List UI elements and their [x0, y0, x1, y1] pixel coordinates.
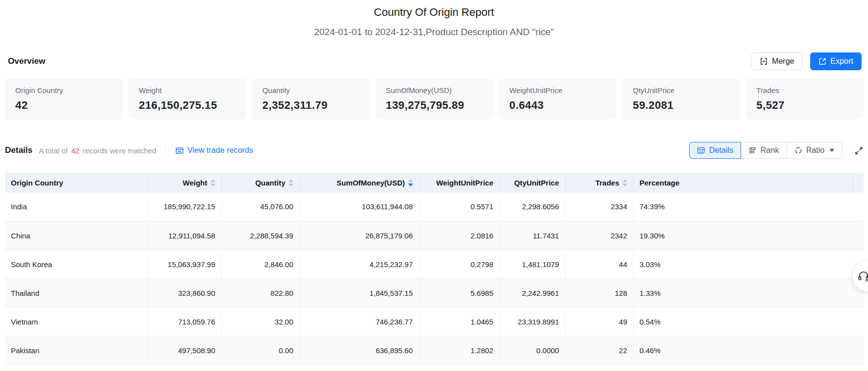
chevron-down-icon — [829, 149, 834, 152]
fullscreen-button[interactable] — [854, 146, 864, 155]
report-header: Country Of Origin Report 2024-01-01 to 2… — [0, 0, 868, 38]
export-button[interactable]: Export — [810, 52, 862, 70]
column-header-label: Quantity — [255, 179, 286, 187]
column-header-label: SumOfMoney(USD) — [336, 179, 405, 187]
table-row: Thailand323,860.90822.801,845,537.155.69… — [5, 278, 864, 307]
sort-icon — [408, 179, 413, 186]
stat-card-weightunitprice: WeightUnitPrice0.6443 — [499, 79, 617, 119]
sort-icon — [622, 179, 627, 186]
table-row: Pakistan497,508.900.00636,895.601.28020.… — [5, 336, 864, 365]
cell-qtyunitprice: 1,481.1079 — [499, 250, 565, 278]
tab-label: Details — [709, 146, 733, 155]
match-summary: A total of 42 records were matched — [39, 146, 156, 155]
cell-origin-country: South Korea — [5, 250, 147, 278]
cell-qtyunitprice: 23,319.8991 — [499, 307, 565, 336]
cell-sumofmoney-usd-: 103,611,944.08 — [299, 192, 419, 221]
table-row: India185,990,722.1545,076.00103,611,944.… — [5, 192, 864, 221]
export-icon — [819, 57, 827, 65]
cell-origin-country: India — [5, 192, 147, 221]
cell-origin-country: China — [5, 221, 147, 250]
column-header-sumofmoney-usd-[interactable]: SumOfMoney(USD) — [299, 173, 419, 192]
merge-cells-icon — [760, 57, 768, 65]
cell-weight: 713,059.76 — [147, 307, 221, 336]
cell-quantity: 45,076.00 — [221, 192, 299, 221]
cell-qtyunitprice: 2,242.9961 — [499, 278, 565, 307]
column-header-qtyunitprice: QtyUnitPrice — [499, 173, 565, 192]
cell-weight: 185,990,722.15 — [147, 192, 221, 221]
cell-sumofmoney-usd-: 4,215,232.97 — [299, 250, 419, 278]
details-table: Origin CountryWeightQuantitySumOfMoney(U… — [5, 173, 864, 365]
column-header-label: WeightUnitPrice — [436, 179, 494, 187]
tab-ratio[interactable]: Ratio — [786, 142, 842, 159]
stat-card-sumofmoney-usd-: SumOfMoney(USD)139,275,795.89 — [375, 79, 493, 119]
column-header-trades[interactable]: Trades — [565, 173, 633, 192]
table-row: Vietnam713,059.7632.00746,236.771.046523… — [5, 307, 864, 336]
cell-quantity: 0.00 — [221, 336, 299, 365]
stat-card-qtyunitprice: QtyUnitPrice59.2081 — [622, 79, 740, 119]
cell-sumofmoney-usd-: 1,845,537.15 — [299, 278, 419, 307]
column-header-weight[interactable]: Weight — [147, 173, 221, 192]
cell-percentage: 74.39% — [633, 192, 864, 221]
stat-card-value: 42 — [15, 99, 118, 112]
match-prefix: A total of — [39, 146, 68, 155]
cell-qtyunitprice: 2,298.6056 — [499, 192, 565, 221]
cell-percentage: 0.46% — [633, 336, 864, 365]
cell-trades: 2334 — [565, 192, 633, 221]
tab-details[interactable]: Details — [689, 142, 741, 159]
merge-button-label: Merge — [772, 57, 794, 66]
rank-icon — [748, 146, 756, 154]
vertical-divider — [165, 146, 166, 154]
stat-card-value: 59.2081 — [633, 99, 735, 112]
table-row: China12,911,094.582,288,594.3926,875,179… — [5, 221, 864, 250]
cell-percentage: 3.03% — [633, 250, 864, 278]
stat-card-quantity: Quantity2,352,311.79 — [252, 79, 370, 119]
table-icon — [697, 146, 705, 154]
stat-card-weight: Weight216,150,275.15 — [128, 79, 246, 119]
merge-button[interactable]: Merge — [751, 52, 802, 70]
view-trade-records-link[interactable]: View trade records — [175, 146, 253, 155]
column-header-label: Trades — [595, 179, 619, 187]
cell-trades: 49 — [565, 307, 633, 336]
column-header-quantity[interactable]: Quantity — [221, 173, 299, 192]
match-count: 42 — [71, 146, 80, 155]
cell-weightunitprice: 0.5571 — [419, 192, 499, 221]
cell-sumofmoney-usd-: 26,875,179.06 — [299, 221, 419, 250]
cell-weightunitprice: 1.0465 — [419, 307, 499, 336]
stat-card-value: 2,352,311.79 — [262, 99, 365, 112]
cell-trades: 44 — [565, 250, 633, 278]
stat-card-value: 216,150,275.15 — [139, 99, 241, 112]
cell-percentage: 1.33% — [633, 278, 864, 307]
column-header-origin-country: Origin Country — [5, 173, 147, 192]
column-header-label: Origin Country — [11, 179, 63, 187]
stat-card-label: Origin Country — [15, 86, 118, 95]
column-header-label: Weight — [183, 179, 207, 187]
cell-weight: 323,860.90 — [147, 278, 221, 307]
stat-card-label: QtyUnitPrice — [633, 86, 735, 95]
stat-card-label: SumOfMoney(USD) — [386, 86, 488, 95]
overview-bar: Overview Merge Export — [8, 52, 862, 70]
cell-trades: 22 — [565, 336, 633, 365]
cell-weightunitprice: 5.6985 — [419, 278, 499, 307]
tab-label: Ratio — [806, 146, 825, 155]
cell-weightunitprice: 0.2798 — [419, 250, 499, 278]
tab-rank[interactable]: Rank — [741, 142, 786, 159]
cell-quantity: 32.00 — [221, 307, 299, 336]
cell-sumofmoney-usd-: 746,236.77 — [299, 307, 419, 336]
column-header-label: Percentage — [640, 179, 680, 187]
stat-card-label: Weight — [139, 86, 241, 95]
overview-heading: Overview — [8, 56, 45, 66]
cell-weightunitprice: 1.2802 — [419, 336, 499, 365]
table-row: South Korea15,063,937.992,846.004,215,23… — [5, 250, 864, 278]
stat-card-label: Quantity — [262, 86, 365, 95]
cell-origin-country: Vietnam — [5, 307, 147, 336]
cell-quantity: 2,288,594.39 — [221, 221, 299, 250]
stat-card-trades: Trades5,527 — [746, 79, 864, 119]
headset-icon — [857, 270, 868, 282]
cell-qtyunitprice: 0.0000 — [499, 336, 565, 365]
tab-label: Rank — [760, 146, 779, 155]
ratio-icon — [794, 146, 802, 154]
cell-weight: 12,911,094.58 — [147, 221, 221, 250]
cell-quantity: 2,846.00 — [221, 250, 299, 278]
cell-weight: 15,063,937.99 — [147, 250, 221, 278]
view-switcher: DetailsRankRatio — [689, 142, 842, 159]
